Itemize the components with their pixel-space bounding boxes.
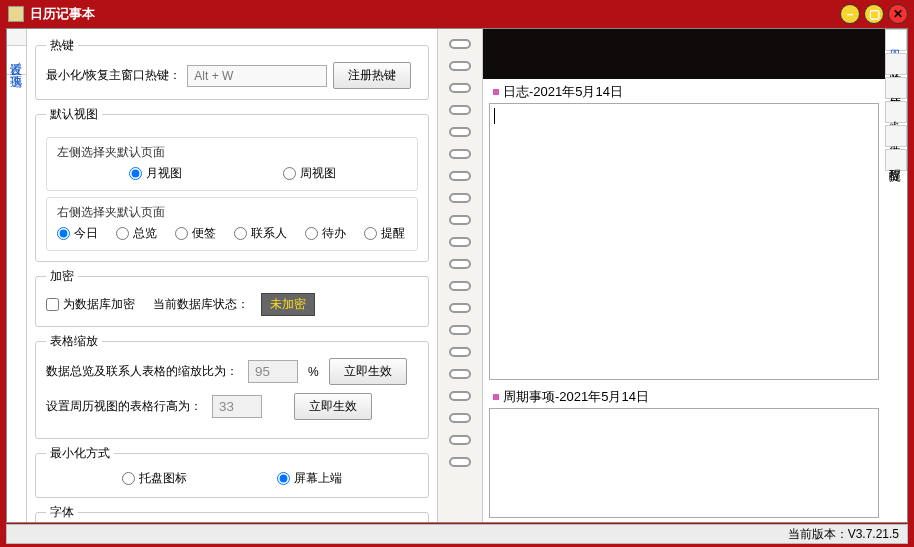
left-tab-settings[interactable]: 设置／选项	[7, 46, 26, 75]
encrypt-status-value: 未加密	[261, 293, 315, 316]
client-area: 日历 设置／选项 热键 最小化/恢复主窗口热键： 注册热键 默认视图 左侧选择夹…	[6, 28, 908, 523]
ring-icon	[449, 171, 471, 181]
ring-icon	[449, 347, 471, 357]
version-text: 当前版本：V3.7.21.5	[788, 526, 899, 543]
window-controls: – ▢ ✕	[840, 4, 908, 24]
radio-week-view[interactable]: 周视图	[283, 165, 336, 182]
radio-contacts[interactable]: 联系人	[234, 225, 287, 242]
hotkey-legend: 热键	[46, 37, 78, 54]
hotkey-label: 最小化/恢复主窗口热键：	[46, 67, 181, 84]
scale-label-1: 数据总览及联系人表格的缩放比为：	[46, 363, 238, 380]
left-tab-calendar[interactable]: 日历	[7, 29, 26, 46]
ring-icon	[449, 259, 471, 269]
right-tabstrip: 今日 总览 便签 人脉 待办 提醒	[885, 29, 907, 522]
right-default-group: 右侧选择夹默认页面 今日 总览 便签 联系人 待办 提醒	[46, 197, 418, 251]
notebook-spine	[437, 29, 483, 522]
minimize-group: 最小化方式 托盘图标 屏幕上端	[35, 445, 429, 498]
encrypt-checkbox[interactable]: 为数据库加密	[46, 296, 135, 313]
default-view-legend: 默认视图	[46, 106, 102, 123]
hotkey-input[interactable]	[187, 65, 327, 87]
left-default-group: 左侧选择夹默认页面 月视图 周视图	[46, 137, 418, 191]
periodic-title: 周期事项-2021年5月14日	[503, 388, 649, 406]
default-view-group: 默认视图 左侧选择夹默认页面 月视图 周视图 右侧选择夹默认页面 今日 总览 便…	[35, 106, 429, 262]
ring-icon	[449, 193, 471, 203]
diary-header-image	[483, 29, 885, 79]
settings-panel: 热键 最小化/恢复主窗口热键： 注册热键 默认视图 左侧选择夹默认页面 月视图 …	[27, 29, 437, 522]
apply-scale-2-button[interactable]: 立即生效	[294, 393, 372, 420]
close-button[interactable]: ✕	[888, 4, 908, 24]
scale-input-2[interactable]	[212, 395, 262, 418]
right-tab-contacts[interactable]: 人脉	[885, 101, 907, 123]
left-tabstrip: 日历 设置／选项	[7, 29, 27, 522]
font-legend: 字体	[46, 504, 78, 521]
app-window: 日历记事本 – ▢ ✕ 日历 设置／选项 热键 最小化/恢复主窗口热键： 注册热…	[0, 0, 914, 547]
ring-icon	[449, 83, 471, 93]
right-tab-notes[interactable]: 便签	[885, 77, 907, 99]
drag-handle-icon[interactable]	[493, 89, 499, 95]
radio-month-view[interactable]: 月视图	[129, 165, 182, 182]
titlebar[interactable]: 日历记事本 – ▢ ✕	[0, 0, 914, 28]
radio-today[interactable]: 今日	[57, 225, 98, 242]
periodic-textarea[interactable]	[489, 408, 879, 518]
maximize-button[interactable]: ▢	[864, 4, 884, 24]
right-main: 日志-2021年5月14日 周期事项-2021年5月14日	[483, 29, 885, 522]
ring-icon	[449, 435, 471, 445]
encrypt-group: 加密 为数据库加密 当前数据库状态： 未加密	[35, 268, 429, 327]
radio-overview[interactable]: 总览	[116, 225, 157, 242]
diary-title-row: 日志-2021年5月14日	[483, 81, 885, 103]
ring-icon	[449, 215, 471, 225]
window-title: 日历记事本	[30, 5, 95, 23]
hotkey-group: 热键 最小化/恢复主窗口热键： 注册热键	[35, 37, 429, 100]
apply-scale-1-button[interactable]: 立即生效	[329, 358, 407, 385]
radio-tray[interactable]: 托盘图标	[122, 470, 187, 487]
drag-handle-icon[interactable]	[493, 394, 499, 400]
right-tab-today[interactable]: 今日	[885, 29, 907, 51]
ring-icon	[449, 61, 471, 71]
periodic-title-row: 周期事项-2021年5月14日	[483, 386, 885, 408]
ring-icon	[449, 325, 471, 335]
ring-icon	[449, 105, 471, 115]
encrypt-legend: 加密	[46, 268, 78, 285]
minimize-legend: 最小化方式	[46, 445, 114, 462]
right-tab-todo[interactable]: 待办	[885, 125, 907, 147]
ring-icon	[449, 391, 471, 401]
right-tab-reminder[interactable]: 提醒	[885, 149, 907, 171]
radio-reminder[interactable]: 提醒	[364, 225, 405, 242]
percent-sign: %	[308, 365, 319, 379]
ring-icon	[449, 237, 471, 247]
radio-screen-top[interactable]: 屏幕上端	[277, 470, 342, 487]
ring-icon	[449, 39, 471, 49]
ring-icon	[449, 127, 471, 137]
app-icon	[8, 6, 24, 22]
radio-todo[interactable]: 待办	[305, 225, 346, 242]
radio-notes[interactable]: 便签	[175, 225, 216, 242]
ring-icon	[449, 281, 471, 291]
diary-textarea[interactable]	[489, 103, 879, 380]
statusbar: 当前版本：V3.7.21.5	[6, 524, 908, 544]
scale-input-1[interactable]	[248, 360, 298, 383]
encrypt-status-label: 当前数据库状态：	[153, 296, 249, 313]
scale-group: 表格缩放 数据总览及联系人表格的缩放比为： % 立即生效 设置周历视图的表格行高…	[35, 333, 429, 439]
ring-icon	[449, 457, 471, 467]
left-default-legend: 左侧选择夹默认页面	[57, 144, 407, 161]
right-tab-overview[interactable]: 总览	[885, 53, 907, 75]
right-content: 日志-2021年5月14日 周期事项-2021年5月14日 今日 总览 便签 人…	[483, 29, 907, 522]
scale-legend: 表格缩放	[46, 333, 102, 350]
ring-icon	[449, 413, 471, 423]
scale-label-2: 设置周历视图的表格行高为：	[46, 398, 202, 415]
minimize-button[interactable]: –	[840, 4, 860, 24]
text-cursor	[494, 108, 495, 124]
ring-icon	[449, 369, 471, 379]
ring-icon	[449, 303, 471, 313]
register-hotkey-button[interactable]: 注册热键	[333, 62, 411, 89]
diary-title: 日志-2021年5月14日	[503, 83, 623, 101]
right-default-legend: 右侧选择夹默认页面	[57, 204, 407, 221]
ring-icon	[449, 149, 471, 159]
font-group: 字体 日志/备忘字体 日志/备忘背景色： ▾	[35, 504, 429, 522]
